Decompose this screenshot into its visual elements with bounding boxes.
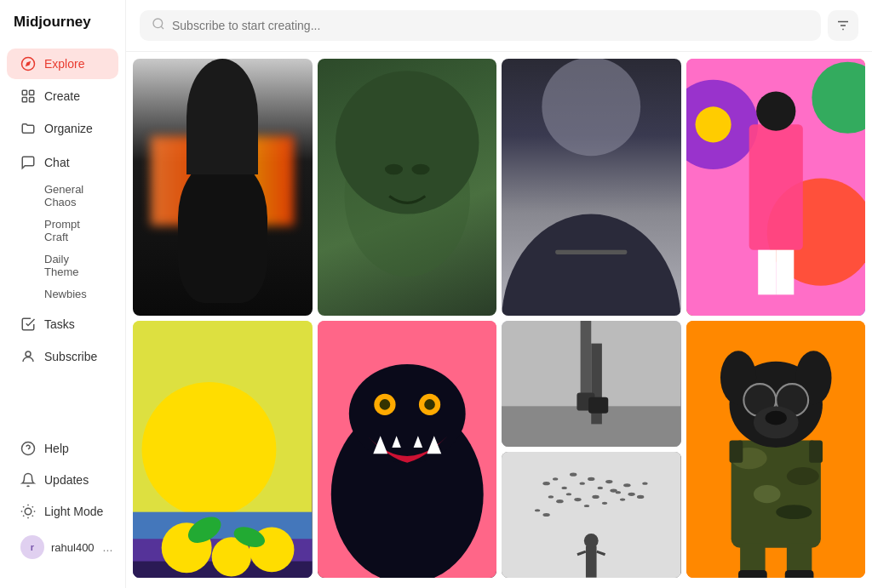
svg-line-13	[32, 516, 33, 517]
svg-marker-1	[26, 61, 31, 66]
chat-sub-list: General Chaos Prompt Craft Daily Theme N…	[0, 179, 125, 305]
filter-button[interactable]	[828, 10, 858, 41]
svg-line-16	[23, 516, 24, 517]
help-icon	[20, 441, 36, 456]
svg-rect-113	[809, 440, 823, 462]
sidebar-item-organize[interactable]: Organize	[7, 113, 118, 144]
svg-point-88	[620, 499, 625, 501]
svg-rect-3	[30, 90, 34, 94]
svg-point-82	[566, 493, 571, 495]
sidebar-item-explore[interactable]: Explore	[7, 49, 118, 79]
sidebar-item-light-mode[interactable]: Light Mode	[7, 496, 118, 527]
sidebar: Midjourney Explore Create	[0, 0, 126, 588]
svg-line-12	[23, 506, 24, 507]
svg-point-93	[637, 495, 644, 499]
svg-rect-4	[22, 98, 26, 102]
gallery-image-1[interactable]	[133, 59, 313, 316]
svg-point-95	[584, 534, 599, 548]
gallery-image-3[interactable]	[502, 59, 681, 316]
gallery-image-6[interactable]	[318, 321, 497, 578]
svg-point-28	[502, 214, 681, 316]
svg-point-87	[610, 488, 617, 492]
svg-point-74	[580, 482, 585, 485]
search-icon	[152, 17, 165, 34]
svg-point-101	[786, 467, 818, 485]
svg-rect-29	[555, 250, 627, 254]
svg-point-92	[642, 482, 647, 485]
gallery-image-7b[interactable]	[502, 452, 681, 578]
user-row[interactable]: r rahul400 ...	[7, 528, 118, 567]
svg-point-34	[695, 106, 731, 142]
svg-rect-112	[729, 440, 743, 462]
svg-point-25	[384, 164, 402, 175]
organize-label: Organize	[44, 122, 93, 135]
svg-point-76	[598, 487, 603, 489]
bell-icon	[20, 472, 36, 488]
compass-icon	[20, 56, 36, 71]
svg-point-79	[623, 483, 630, 487]
subscribe-icon	[20, 349, 36, 364]
svg-point-42	[142, 382, 277, 517]
gallery-image-4[interactable]	[686, 59, 866, 316]
svg-point-56	[379, 399, 390, 410]
user-more-icon[interactable]: ...	[103, 540, 113, 554]
sidebar-item-updates[interactable]: Updates	[7, 465, 118, 495]
svg-rect-94	[586, 546, 597, 578]
svg-point-53	[348, 364, 465, 463]
svg-point-9	[25, 508, 32, 515]
tasks-icon	[20, 317, 36, 332]
svg-point-73	[570, 473, 577, 477]
gallery-image-5[interactable]	[133, 321, 313, 578]
svg-line-17	[32, 506, 33, 507]
tasks-label: Tasks	[44, 317, 75, 331]
updates-label: Updates	[44, 473, 89, 487]
chat-label: Chat	[44, 156, 70, 169]
svg-line-19	[161, 26, 164, 29]
main-content	[126, 0, 872, 588]
svg-point-18	[153, 19, 163, 28]
subscribe-label: Subscribe	[44, 350, 97, 363]
svg-point-6	[26, 351, 31, 357]
svg-point-85	[592, 495, 599, 499]
image-gallery	[126, 52, 872, 588]
svg-point-57	[424, 399, 435, 410]
svg-point-90	[535, 509, 540, 511]
sidebar-item-prompt-craft[interactable]: Prompt Craft	[7, 214, 118, 248]
explore-label: Explore	[44, 57, 84, 71]
sidebar-footer: Help Updates	[0, 425, 125, 574]
sidebar-item-general-chaos[interactable]: General Chaos	[7, 179, 118, 213]
gallery-image-8[interactable]	[686, 321, 866, 578]
create-label: Create	[44, 89, 80, 103]
svg-point-26	[411, 164, 429, 175]
svg-rect-2	[22, 90, 26, 94]
sidebar-item-subscribe[interactable]: Subscribe	[7, 341, 118, 372]
svg-point-71	[553, 477, 558, 480]
svg-point-102	[753, 485, 780, 503]
svg-point-75	[588, 477, 594, 481]
sidebar-item-newbies[interactable]: Newbies	[7, 283, 118, 305]
svg-point-80	[548, 495, 554, 498]
sidebar-item-daily-theme[interactable]: Daily Theme	[7, 248, 118, 283]
sidebar-item-chat[interactable]: Chat	[7, 147, 118, 178]
svg-point-38	[756, 91, 795, 130]
gallery-image-7a[interactable]	[502, 321, 681, 447]
folder-icon	[20, 121, 36, 136]
search-input[interactable]	[172, 19, 809, 32]
svg-rect-40	[776, 250, 794, 295]
help-label: Help	[44, 442, 69, 455]
sidebar-item-help[interactable]: Help	[7, 433, 118, 464]
svg-point-86	[602, 502, 607, 505]
gallery-image-7-split	[502, 321, 681, 578]
svg-point-72	[562, 487, 567, 489]
sidebar-item-create[interactable]: Create	[7, 81, 118, 111]
svg-point-70	[542, 482, 549, 485]
chat-icon	[20, 155, 36, 170]
gallery-image-2[interactable]	[318, 59, 497, 316]
sidebar-item-tasks[interactable]: Tasks	[7, 309, 118, 340]
svg-point-89	[628, 493, 634, 496]
search-input-wrap[interactable]	[140, 10, 821, 41]
username-label: rahul400	[51, 541, 95, 554]
svg-point-103	[776, 505, 812, 519]
svg-point-83	[574, 498, 581, 501]
svg-point-27	[542, 59, 640, 156]
